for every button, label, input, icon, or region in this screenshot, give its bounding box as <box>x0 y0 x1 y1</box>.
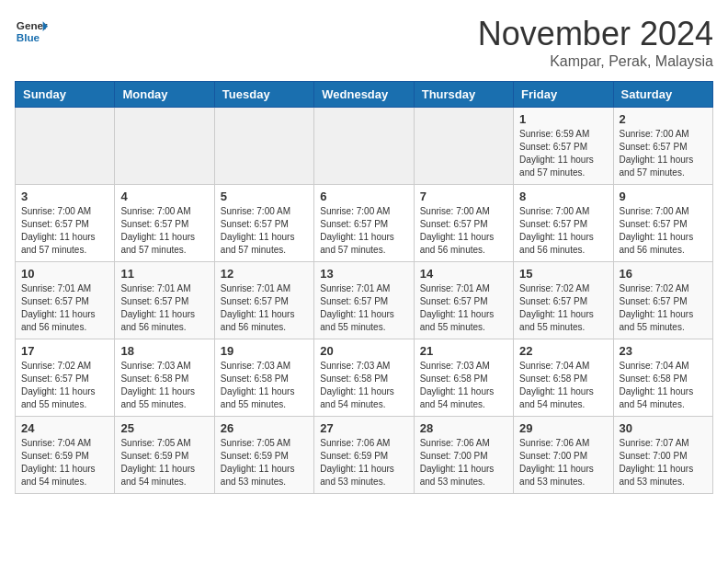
calendar-cell: 29Sunrise: 7:06 AM Sunset: 7:00 PM Dayli… <box>514 417 613 494</box>
weekday-header: Monday <box>115 82 214 108</box>
day-info: Sunrise: 7:02 AM Sunset: 6:57 PM Dayligh… <box>519 282 607 334</box>
day-info: Sunrise: 7:03 AM Sunset: 6:58 PM Dayligh… <box>120 360 208 411</box>
calendar-cell <box>314 108 414 185</box>
day-info: Sunrise: 7:00 AM Sunset: 6:57 PM Dayligh… <box>221 205 308 257</box>
location: Kampar, Perak, Malaysia <box>478 53 713 70</box>
weekday-header: Sunday <box>16 82 115 108</box>
day-info: Sunrise: 7:00 AM Sunset: 6:57 PM Dayligh… <box>320 205 407 257</box>
day-info: Sunrise: 7:02 AM Sunset: 6:57 PM Dayligh… <box>620 282 707 334</box>
weekday-header: Saturday <box>613 82 712 108</box>
day-number: 1 <box>519 112 607 126</box>
day-info: Sunrise: 7:03 AM Sunset: 6:58 PM Dayligh… <box>221 360 308 411</box>
calendar-cell: 22Sunrise: 7:04 AM Sunset: 6:58 PM Dayli… <box>514 339 613 417</box>
calendar-week-row: 1Sunrise: 6:59 AM Sunset: 6:57 PM Daylig… <box>16 108 713 185</box>
day-number: 8 <box>519 190 607 203</box>
title-block: November 2024 Kampar, Perak, Malaysia <box>478 15 713 70</box>
weekday-header: Wednesday <box>314 82 414 108</box>
calendar-cell <box>414 108 513 185</box>
calendar-cell: 11Sunrise: 7:01 AM Sunset: 6:57 PM Dayli… <box>115 262 214 339</box>
day-number: 20 <box>320 344 407 358</box>
day-number: 7 <box>420 190 507 203</box>
calendar-cell: 8Sunrise: 7:00 AM Sunset: 6:57 PM Daylig… <box>514 185 613 262</box>
day-info: Sunrise: 7:04 AM Sunset: 6:58 PM Dayligh… <box>519 360 607 411</box>
day-number: 21 <box>420 344 507 358</box>
day-number: 22 <box>519 344 607 358</box>
calendar-cell: 12Sunrise: 7:01 AM Sunset: 6:57 PM Dayli… <box>214 262 313 339</box>
calendar-cell: 24Sunrise: 7:04 AM Sunset: 6:59 PM Dayli… <box>16 417 115 494</box>
day-number: 15 <box>519 267 607 281</box>
page-header: General Blue November 2024 Kampar, Perak… <box>15 15 713 70</box>
calendar-table: SundayMondayTuesdayWednesdayThursdayFrid… <box>15 81 713 494</box>
calendar-cell: 17Sunrise: 7:02 AM Sunset: 6:57 PM Dayli… <box>16 339 115 417</box>
day-number: 10 <box>21 267 108 281</box>
svg-text:Blue: Blue <box>17 31 40 43</box>
calendar-week-row: 10Sunrise: 7:01 AM Sunset: 6:57 PM Dayli… <box>16 262 713 339</box>
day-info: Sunrise: 7:00 AM Sunset: 6:57 PM Dayligh… <box>620 205 707 257</box>
calendar-cell: 5Sunrise: 7:00 AM Sunset: 6:57 PM Daylig… <box>214 185 313 262</box>
day-number: 25 <box>120 421 208 435</box>
calendar-cell: 3Sunrise: 7:00 AM Sunset: 6:57 PM Daylig… <box>16 185 115 262</box>
calendar-cell: 28Sunrise: 7:06 AM Sunset: 7:00 PM Dayli… <box>414 417 513 494</box>
day-number: 26 <box>221 421 308 435</box>
day-number: 24 <box>21 421 108 435</box>
day-number: 28 <box>420 421 507 435</box>
day-info: Sunrise: 7:04 AM Sunset: 6:58 PM Dayligh… <box>620 360 707 411</box>
weekday-header: Tuesday <box>214 82 313 108</box>
calendar-cell: 19Sunrise: 7:03 AM Sunset: 6:58 PM Dayli… <box>214 339 313 417</box>
day-info: Sunrise: 6:59 AM Sunset: 6:57 PM Dayligh… <box>519 128 607 179</box>
calendar-cell: 25Sunrise: 7:05 AM Sunset: 6:59 PM Dayli… <box>115 417 214 494</box>
day-number: 6 <box>320 190 407 203</box>
calendar-cell: 23Sunrise: 7:04 AM Sunset: 6:58 PM Dayli… <box>613 339 712 417</box>
day-info: Sunrise: 7:07 AM Sunset: 7:00 PM Dayligh… <box>620 437 707 488</box>
weekday-header: Friday <box>514 82 613 108</box>
calendar-cell: 15Sunrise: 7:02 AM Sunset: 6:57 PM Dayli… <box>514 262 613 339</box>
calendar-cell <box>16 108 115 185</box>
day-number: 27 <box>320 421 407 435</box>
day-number: 14 <box>420 267 507 281</box>
calendar-cell: 9Sunrise: 7:00 AM Sunset: 6:57 PM Daylig… <box>613 185 712 262</box>
day-number: 17 <box>21 344 108 358</box>
calendar-cell: 6Sunrise: 7:00 AM Sunset: 6:57 PM Daylig… <box>314 185 414 262</box>
day-info: Sunrise: 7:01 AM Sunset: 6:57 PM Dayligh… <box>221 282 308 334</box>
calendar-cell <box>214 108 313 185</box>
calendar-cell: 27Sunrise: 7:06 AM Sunset: 6:59 PM Dayli… <box>314 417 414 494</box>
calendar-week-row: 17Sunrise: 7:02 AM Sunset: 6:57 PM Dayli… <box>16 339 713 417</box>
day-number: 3 <box>21 190 108 203</box>
day-info: Sunrise: 7:01 AM Sunset: 6:57 PM Dayligh… <box>420 282 507 334</box>
calendar-cell: 30Sunrise: 7:07 AM Sunset: 7:00 PM Dayli… <box>613 417 712 494</box>
calendar-cell: 14Sunrise: 7:01 AM Sunset: 6:57 PM Dayli… <box>414 262 513 339</box>
day-number: 23 <box>620 344 707 358</box>
logo: General Blue <box>15 15 48 48</box>
day-number: 12 <box>221 267 308 281</box>
calendar-cell: 2Sunrise: 7:00 AM Sunset: 6:57 PM Daylig… <box>613 108 712 185</box>
calendar-cell: 4Sunrise: 7:00 AM Sunset: 6:57 PM Daylig… <box>115 185 214 262</box>
day-info: Sunrise: 7:03 AM Sunset: 6:58 PM Dayligh… <box>320 360 407 411</box>
day-info: Sunrise: 7:06 AM Sunset: 6:59 PM Dayligh… <box>320 437 407 488</box>
calendar-cell: 26Sunrise: 7:05 AM Sunset: 6:59 PM Dayli… <box>214 417 313 494</box>
calendar-cell: 10Sunrise: 7:01 AM Sunset: 6:57 PM Dayli… <box>16 262 115 339</box>
day-info: Sunrise: 7:01 AM Sunset: 6:57 PM Dayligh… <box>21 282 108 334</box>
day-info: Sunrise: 7:04 AM Sunset: 6:59 PM Dayligh… <box>21 437 108 488</box>
day-number: 4 <box>120 190 208 203</box>
day-number: 19 <box>221 344 308 358</box>
day-number: 9 <box>620 190 707 203</box>
day-number: 29 <box>519 421 607 435</box>
day-info: Sunrise: 7:01 AM Sunset: 6:57 PM Dayligh… <box>320 282 407 334</box>
day-info: Sunrise: 7:00 AM Sunset: 6:57 PM Dayligh… <box>420 205 507 257</box>
logo-icon: General Blue <box>15 15 48 48</box>
day-info: Sunrise: 7:00 AM Sunset: 6:57 PM Dayligh… <box>620 128 707 179</box>
calendar-cell: 18Sunrise: 7:03 AM Sunset: 6:58 PM Dayli… <box>115 339 214 417</box>
calendar-week-row: 3Sunrise: 7:00 AM Sunset: 6:57 PM Daylig… <box>16 185 713 262</box>
calendar-cell: 13Sunrise: 7:01 AM Sunset: 6:57 PM Dayli… <box>314 262 414 339</box>
day-number: 11 <box>120 267 208 281</box>
weekday-header: Thursday <box>414 82 513 108</box>
day-number: 2 <box>620 112 707 126</box>
month-title: November 2024 <box>478 15 713 53</box>
calendar-cell: 7Sunrise: 7:00 AM Sunset: 6:57 PM Daylig… <box>414 185 513 262</box>
day-info: Sunrise: 7:06 AM Sunset: 7:00 PM Dayligh… <box>519 437 607 488</box>
day-info: Sunrise: 7:03 AM Sunset: 6:58 PM Dayligh… <box>420 360 507 411</box>
calendar-cell: 1Sunrise: 6:59 AM Sunset: 6:57 PM Daylig… <box>514 108 613 185</box>
calendar-cell: 16Sunrise: 7:02 AM Sunset: 6:57 PM Dayli… <box>613 262 712 339</box>
calendar-cell: 20Sunrise: 7:03 AM Sunset: 6:58 PM Dayli… <box>314 339 414 417</box>
day-number: 18 <box>120 344 208 358</box>
